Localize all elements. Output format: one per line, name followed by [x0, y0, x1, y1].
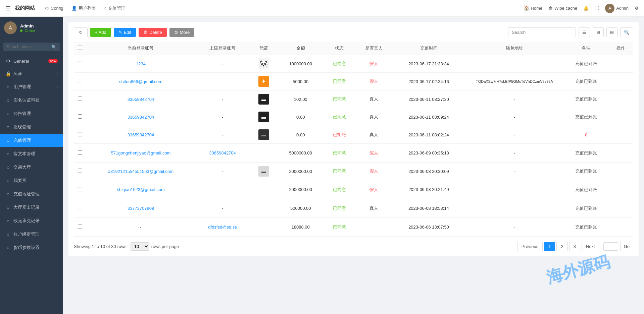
row-current-account[interactable]: 33773707909	[86, 199, 195, 218]
page-go-input[interactable]	[603, 242, 618, 251]
add-button[interactable]: + Add	[90, 28, 111, 37]
page-2-button[interactable]: 2	[556, 242, 567, 251]
status-badge: 已同意	[333, 150, 346, 155]
content-card: ↻ + Add ✎ ✎ Edit Edit 🗑 Delete ⚙ ⚙ More …	[68, 22, 639, 256]
row-checkbox[interactable]	[78, 169, 82, 173]
account-link[interactable]: shiqiao1023@gmail.com	[117, 187, 165, 192]
nav-icon2[interactable]: ⛶	[595, 6, 599, 11]
row-is-real: 假人	[355, 55, 393, 73]
nav-wipe-cache[interactable]: 🗑 Wipe cache	[548, 6, 577, 11]
view-columns-button[interactable]: ⊟	[606, 27, 617, 37]
row-cert: ▬	[250, 163, 278, 180]
hamburger-icon[interactable]: ☰	[5, 5, 11, 12]
account-link[interactable]: 33659842704	[128, 132, 154, 137]
showing-range: 1 to 10 of 30 rows	[92, 244, 127, 249]
row-checkbox[interactable]	[78, 132, 82, 136]
row-note: 充值已到账	[564, 90, 608, 108]
previous-button[interactable]: Previous	[517, 242, 543, 251]
sidebar-item-withdrawal[interactable]: ○ 提现管理	[0, 120, 63, 134]
nav-recharge[interactable]: ○ 充值管理	[104, 5, 126, 11]
sidebar-item-currency-params[interactable]: ○ 货币参数设置	[0, 241, 63, 254]
nav-home[interactable]: 🏠 Home	[524, 6, 543, 11]
parent-dash: -	[222, 97, 223, 102]
row-current-account[interactable]: 571gongchenjiyao@gmail.com	[86, 144, 195, 163]
select-all-checkbox[interactable]	[78, 46, 82, 50]
account-link[interactable]: 571gongchenjiyao@gmail.com	[111, 150, 170, 155]
more-button[interactable]: ⚙ ⚙ More More	[169, 28, 195, 37]
row-status: 已同意	[324, 90, 355, 108]
account-link[interactable]: 1234	[136, 61, 146, 66]
nav-settings[interactable]: ⚙	[635, 6, 639, 11]
edit-button[interactable]: ✎ ✎ Edit Edit	[114, 28, 136, 37]
sidebar-item-recharge-addr[interactable]: ○ 充值地址管理	[0, 187, 63, 201]
parent-account-link[interactable]: dfdsfsd@sd.ss	[208, 225, 237, 230]
row-checkbox[interactable]	[78, 150, 82, 155]
account-link[interactable]: a3192121554551563@gmail.com	[108, 169, 174, 174]
row-checkbox[interactable]	[78, 114, 82, 119]
sidebar-item-account-bind[interactable]: ○ 账户绑定管理	[0, 228, 63, 241]
row-checkbox[interactable]	[78, 206, 82, 210]
parent-dash: -	[222, 187, 223, 192]
row-note: 充值已到账	[564, 180, 608, 199]
nav-admin[interactable]: A Admin	[605, 4, 629, 13]
row-amount: 5000000.00	[278, 144, 324, 163]
row-current-account[interactable]: shiqiao1023@gmail.com	[86, 180, 195, 199]
search-menu-field[interactable]: 🔍	[3, 43, 60, 51]
view-grid-button[interactable]: ⊞	[593, 27, 604, 37]
account-link[interactable]: 33773707909	[128, 206, 154, 211]
account-link[interactable]: 33659842704	[128, 97, 154, 102]
search-button[interactable]: 🔍	[620, 27, 633, 37]
row-current-account[interactable]: a3192121554551563@gmail.com	[86, 163, 195, 180]
row-checkbox[interactable]	[78, 225, 82, 229]
nav-users[interactable]: 👤 用户列表	[71, 5, 96, 11]
account-link[interactable]: shitou666@gmail.com	[119, 79, 162, 84]
row-current-account[interactable]: 33659842704	[86, 90, 195, 108]
sidebar-item-account-bind-label: 账户绑定管理	[13, 231, 40, 237]
sidebar-item-announcement[interactable]: ○ 公告管理	[0, 107, 63, 120]
row-parent-account[interactable]: dfdsfsd@sd.ss	[195, 218, 250, 237]
nav-icon1[interactable]: 🔔	[583, 6, 589, 11]
row-wallet-address: -	[465, 180, 564, 199]
sidebar-item-richtext-label: 富文本管理	[13, 151, 35, 157]
view-list-button[interactable]: ☰	[579, 27, 590, 37]
row-checkbox[interactable]	[78, 79, 82, 83]
nav-config[interactable]: ⚙ Config	[45, 6, 63, 11]
note-value: 0	[585, 132, 587, 137]
row-current-account[interactable]: 33659842704	[86, 126, 195, 144]
row-parent-account[interactable]: 33659842704	[195, 144, 250, 163]
sidebar-item-buy[interactable]: ○ 我要买	[0, 174, 63, 187]
sidebar-item-euro-records[interactable]: ○ 欧元承兑记录	[0, 214, 63, 228]
account-link[interactable]: 33659842704	[128, 115, 154, 120]
sidebar-item-auth[interactable]: 🔒 Auth ›	[0, 67, 63, 80]
auth-arrow-icon: ›	[57, 72, 58, 76]
row-checkbox[interactable]	[78, 97, 82, 101]
page-3-button[interactable]: 3	[569, 242, 580, 251]
sidebar-item-user-mgmt[interactable]: ○ 用户管理 ›	[0, 80, 63, 93]
table-row: a3192121554551563@gmail.com - ▬ 2000000.…	[74, 163, 633, 180]
row-current-account[interactable]: 33659842704	[86, 108, 195, 126]
search-input[interactable]	[508, 28, 576, 37]
row-checkbox[interactable]	[78, 61, 82, 65]
sidebar-item-hall-sales[interactable]: ○ 大厅卖出记录	[0, 201, 63, 214]
page-go-button[interactable]: Go	[620, 242, 633, 251]
search-menu-input[interactable]	[7, 45, 49, 49]
row-current-account[interactable]: 1234	[86, 55, 195, 73]
sidebar-item-realname[interactable]: ○ 实名认证审核	[0, 93, 63, 107]
delete-button[interactable]: 🗑 Delete	[139, 28, 167, 37]
rows-per-page-select[interactable]: 10 20 50 100	[131, 242, 149, 251]
parent-account-link[interactable]: 33659842704	[209, 150, 236, 155]
table-header: 当前登录账号 上级登录账号 凭证 金额 状态 是否真人 充值时间 钱包地址 备注…	[74, 42, 633, 55]
sidebar-item-richtext[interactable]: ○ 富文本管理	[0, 147, 63, 161]
row-checkbox[interactable]	[78, 187, 82, 191]
recharge-addr-icon: ○	[5, 191, 11, 197]
sidebar-item-general[interactable]: ⚙ General new	[0, 55, 63, 67]
row-current-account[interactable]: shitou666@gmail.com	[86, 73, 195, 90]
refresh-button[interactable]: ↻	[74, 27, 88, 37]
real-badge: 假人	[369, 61, 378, 66]
home-icon: 🏠	[524, 6, 529, 11]
sidebar-item-trading[interactable]: ○ 交易大厅	[0, 161, 63, 174]
sidebar-item-recharge[interactable]: ○ 充值管理	[0, 134, 63, 147]
row-wallet-address: -	[465, 163, 564, 180]
page-1-button[interactable]: 1	[544, 242, 555, 251]
next-button[interactable]: Next	[582, 242, 599, 251]
